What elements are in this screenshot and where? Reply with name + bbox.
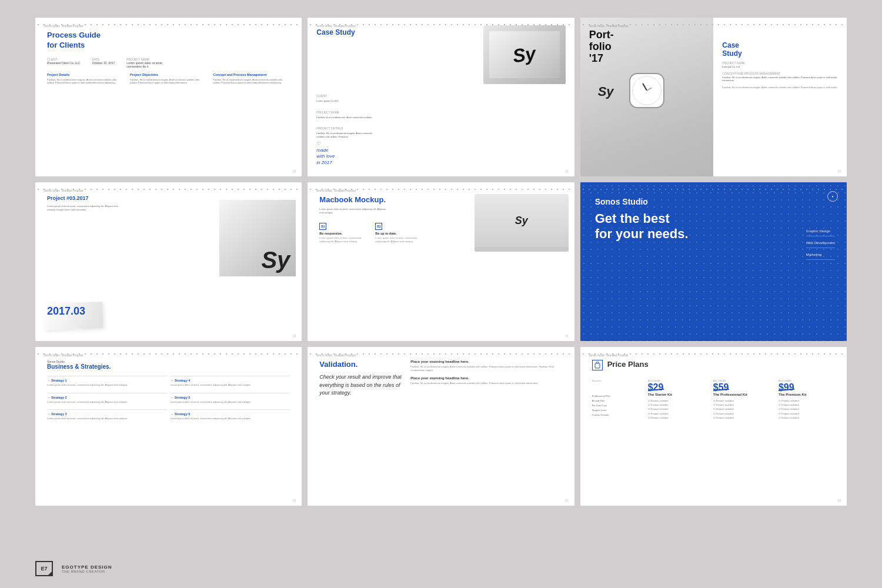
- slide9-icon: [592, 360, 603, 370]
- slide9-feature-col-label: Features: [592, 379, 639, 382]
- footer-logo: E7: [35, 561, 53, 576]
- slide4-date: 2017.03: [47, 305, 85, 318]
- slide7-strat5-name: → Strategy 5: [171, 396, 290, 399]
- slide9-plan-starter: As low as $29 The Starter Kit ☑ Feature …: [648, 379, 704, 420]
- slide7-strategy-4: → Strategy 4 Lorem ipsum dolor sit amet,…: [171, 376, 290, 387]
- slide6-service-2: Web Development: [806, 241, 835, 248]
- slide4-mockup: Sy: [219, 200, 296, 276]
- slide1-client-val: Presented Client Co, LLC: [47, 61, 81, 65]
- footer-brand-sub: THE BRAND CREATOR: [62, 570, 112, 573]
- slide6-tagline: Get the bestfor your needs.: [595, 211, 835, 242]
- slide8-section-1: Place your stunning headline here. Facil…: [410, 360, 562, 372]
- footer-text: EGOTYPE DESIGN THE BRAND CREATOR: [62, 564, 112, 573]
- brand-label-3: Sonos Studio · Branded Proposal: [589, 25, 629, 28]
- slide-business-strategies: Sonos Studio · Branded Proposal Sonos St…: [35, 347, 302, 506]
- slide1-project-val: Lorem ipsum dolor sit amet,consectetur d…: [126, 61, 163, 68]
- slide5-badge-1: B1: [319, 223, 326, 230]
- slide3-concept-label: Concept and Process Management: [722, 72, 838, 75]
- slide8-page: 17: [565, 499, 569, 502]
- slide2-client-label: Client: [316, 94, 327, 98]
- slide-macbook: Sonos Studio · Branded Proposal Macbook …: [308, 182, 574, 341]
- slide5-feat1-text: Lorem ipsum dolor sit amet, consectetur …: [319, 236, 366, 243]
- slide1-sec2-head: Project Objectives: [130, 73, 207, 76]
- footer-brand-name: EGOTYPE DESIGN: [62, 564, 112, 570]
- slide9-title: Price Plans: [607, 360, 649, 369]
- slide-sonos-blue: ● Sonos Studio Get the bestfor your need…: [580, 182, 847, 341]
- slide7-strat2-text: Lorem ipsum dolor sit amet, consectetur …: [47, 400, 167, 404]
- slide5-desc: Lorem ipsum dolor sit amet, consectetur …: [319, 208, 390, 215]
- slide9-plan3-features: ☑ Feature included☑ Feature included☑ Fe…: [779, 399, 835, 420]
- logo-icon: E7: [35, 561, 53, 576]
- slide9-plan2-features: ☑ Feature included☑ Feature included☑ Fe…: [713, 399, 770, 420]
- slide2-page: 11: [565, 169, 569, 173]
- slide9-plan3-price: $99: [779, 382, 794, 393]
- slide2-mockup: Sy: [483, 25, 566, 84]
- slide8-section-2: Place your stunning headline here. Facil…: [410, 376, 562, 385]
- slide8-quote: Check your result and improve that every…: [319, 373, 402, 397]
- slide7-strat5-text: Lorem ipsum dolor sit amet, consectetur …: [171, 400, 290, 404]
- brand-label-1: Sonos Studio · Branded Proposal: [44, 25, 83, 28]
- slide3-concept-text: Facilisis. Sit ut condimentum magnis. Am…: [722, 76, 838, 82]
- slide7-strategy-3: → Strategy 3 Lorem ipsum dolor sit amet,…: [47, 409, 167, 420]
- slide7-strategy-6: → Strategy 6 Lorem ipsum dolor sit amet,…: [171, 409, 290, 420]
- slide5-laptop: Sy: [475, 194, 569, 259]
- slide6-service-1: Graphic Design: [806, 229, 835, 236]
- slide1-sec2-text: Facilisis. Sit ut condimentum magnis. Am…: [130, 78, 207, 85]
- slide2-projname-val: Facilisis sit ut condimentum. Amet commo…: [316, 116, 375, 119]
- slide5-laptop-sy: Sy: [515, 215, 528, 227]
- slide9-feature-list: Professional PlanAnnual PlanPer User Cos…: [592, 394, 639, 417]
- slide-portfolio: Sonos Studio · Branded Proposal Port-fol…: [580, 18, 847, 176]
- slide2-badge: ♡madewith lovein 2017: [316, 141, 375, 166]
- brand-label-4: Sonos Studio · Branded Proposal: [44, 189, 83, 192]
- slide1-date-val: October 12, 2017: [92, 61, 115, 65]
- slide9-page: 18: [837, 499, 841, 502]
- slide5-page: 14: [565, 334, 569, 338]
- footer: E7 EGOTYPE DESIGN THE BRAND CREATOR: [35, 561, 112, 576]
- logo-text: E7: [41, 566, 47, 572]
- slide5-feature-1: B1 Be responsive. Lorem ipsum dolor sit …: [319, 219, 366, 243]
- slide9-plan2-price: $59: [713, 382, 729, 393]
- slide7-strat1-text: Lorem ipsum dolor sit amet, consectetur …: [47, 383, 167, 387]
- slide2-projname-label: Project Name: [316, 111, 339, 114]
- slide8-title: Validation.: [319, 360, 402, 369]
- slide7-strat6-text: Lorem ipsum dolor sit amet, consectetur …: [171, 417, 290, 420]
- slide6-service-3: Marketing: [806, 253, 835, 260]
- slide2-projdetail-val: Facilisis. Sit ut condimentum magnis. Am…: [316, 132, 375, 138]
- slide9-plan-premium: As low as $99 The Premium Kit ☑ Feature …: [779, 379, 835, 420]
- slide9-plan-labels: Features Professional PlanAnnual PlanPer…: [592, 379, 639, 420]
- slide3-projname-val: Example Co, Ltd: [722, 65, 838, 69]
- slide9-plan1-name: The Starter Kit: [648, 393, 704, 396]
- brand-label-5: Sonos Studio · Branded Proposal: [316, 189, 356, 192]
- slide1-sec3-head: Concept and Process Management: [213, 73, 290, 76]
- slide2-projdetail-label: Project Details: [316, 126, 343, 130]
- slide7-strat2-name: → Strategy 2: [47, 396, 167, 399]
- slide4-sy: Sy: [261, 247, 290, 273]
- slide7-title: Business & Strategies.: [47, 363, 290, 370]
- brand-label-7: Sonos Studio · Branded Proposal: [44, 354, 83, 357]
- slide1-sec3-text: Facilisis. Sit ut condimentum magnis. Am…: [213, 78, 290, 85]
- slide6-studio-name: Sonos Studio: [595, 197, 835, 206]
- slide-price-plans: Sonos Studio · Branded Proposal Price Pl…: [580, 347, 847, 506]
- slide1-sec1-text: Facilisis. Sit ut condimentum magnis. Am…: [47, 78, 124, 85]
- slide6-services: Graphic Design Web Development Marketing: [806, 229, 835, 265]
- slide9-plan-professional: As low as $59 The Professional Kit ☑ Fea…: [713, 379, 770, 420]
- slide8-sec2-text: Facilisis. Sit ut condimentum magnis. Am…: [410, 382, 562, 385]
- slide9-plan1-features: ☑ Feature included☑ Feature included☑ Fe…: [648, 399, 704, 420]
- slide5-feature-2: B2 Be up to date. Lorem ipsum dolor sit …: [375, 219, 422, 243]
- slide5-badge-2: B2: [375, 223, 382, 230]
- slide3-sy: Sy: [598, 84, 614, 99]
- slide-project-2017: Sonos Studio · Branded Proposal Project …: [35, 182, 302, 341]
- slide2-client-val: Lorem ipsum Co LLC: [316, 99, 375, 103]
- slide7-strategy-1: → Strategy 1 Lorem ipsum dolor sit amet,…: [47, 376, 167, 387]
- slide7-strat6-name: → Strategy 6: [171, 412, 290, 416]
- slide3-case-title: CaseStudy: [722, 41, 838, 58]
- slide9-plan3-name: The Premium Kit: [779, 393, 835, 396]
- slide2-title: Case Study: [316, 28, 355, 36]
- slide-validation: Sonos Studio · Branded Proposal Validati…: [308, 347, 574, 506]
- brand-label-2: Sonos Studio · Branded Proposal: [316, 25, 356, 28]
- slide3-extra-text: Facilisis. Sit ut condimentum magnis. Am…: [722, 86, 838, 89]
- slide1-page: 10: [293, 169, 296, 173]
- slide-process-guide: Sonos Studio · Branded Proposal Process …: [35, 18, 302, 176]
- slide1-title: Process Guidefor Clients: [47, 31, 290, 51]
- slide5-feat2-title: Be up to date.: [375, 232, 422, 235]
